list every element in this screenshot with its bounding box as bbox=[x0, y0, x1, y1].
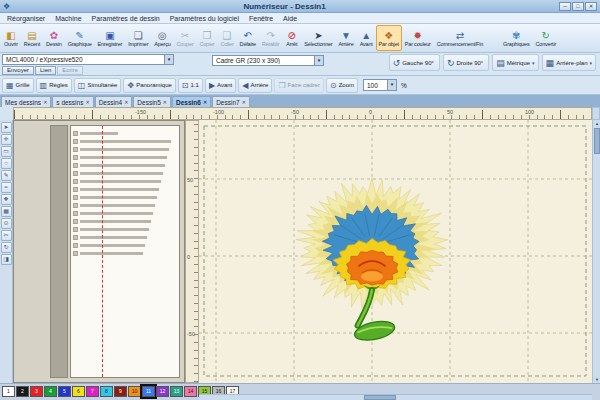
tool-button[interactable]: ▭ bbox=[1, 146, 12, 157]
tool-button[interactable]: ≈ bbox=[1, 182, 12, 193]
color-swatch[interactable]: 5 bbox=[58, 386, 71, 397]
rotate-background-button[interactable]: ↻ Droite 90° bbox=[443, 54, 489, 71]
file-list-row[interactable] bbox=[73, 241, 177, 249]
toolbar-button[interactable]: ▤ Récent bbox=[21, 25, 43, 51]
document-tab[interactable]: Dessin6 ✕ bbox=[172, 96, 211, 107]
toolbar-button[interactable]: ◎ Aperçu bbox=[151, 25, 173, 51]
tool-button[interactable]: ✂ bbox=[1, 230, 12, 241]
tab-close-icon[interactable]: ✕ bbox=[85, 99, 89, 105]
file-list-row[interactable] bbox=[73, 233, 177, 241]
toolbar-button[interactable]: ↷ Rétablir bbox=[259, 25, 282, 51]
color-swatch[interactable]: 8 bbox=[100, 386, 113, 397]
tool-button[interactable]: ➤ bbox=[1, 122, 12, 133]
rotate-background-button[interactable]: ▤ Métrique ▾ bbox=[492, 54, 538, 71]
toolbar-button[interactable]: ◧ Ouvrir bbox=[1, 25, 21, 51]
file-list-row[interactable] bbox=[73, 185, 177, 193]
tab-close-icon[interactable]: ✕ bbox=[203, 99, 207, 105]
color-swatch[interactable]: 6 bbox=[72, 386, 85, 397]
toolbar-button[interactable]: ✎ Graphique bbox=[65, 25, 95, 51]
tab-close-icon[interactable]: ✕ bbox=[43, 99, 47, 105]
file-list-row[interactable] bbox=[73, 145, 177, 153]
send-button[interactable]: Envoyer bbox=[2, 66, 34, 75]
panel-scrollbar[interactable] bbox=[50, 125, 68, 378]
color-swatch[interactable]: 11 bbox=[142, 386, 155, 397]
file-list-row[interactable] bbox=[73, 249, 177, 257]
toolbar-button[interactable]: ↶ Défaire bbox=[237, 25, 259, 51]
color-swatch[interactable]: 3 bbox=[30, 386, 43, 397]
rotate-background-button[interactable]: ↺ Gauche 90° bbox=[389, 54, 440, 71]
file-list-row[interactable] bbox=[73, 129, 177, 137]
vertical-scroll-thumb[interactable] bbox=[594, 128, 600, 154]
document-tab[interactable]: Mes dessins ✕ bbox=[1, 96, 51, 107]
close-button[interactable]: ✕ bbox=[585, 2, 597, 11]
file-list-row[interactable] bbox=[73, 161, 177, 169]
color-swatch[interactable]: 13 bbox=[170, 386, 183, 397]
scroll-down-icon[interactable]: ▼ bbox=[593, 376, 600, 383]
tab-close-icon[interactable]: ✕ bbox=[242, 99, 246, 105]
menu-item[interactable]: Paramètres du logiciel bbox=[165, 15, 244, 22]
minimize-button[interactable]: ─ bbox=[559, 2, 571, 11]
tool-button[interactable]: ✎ bbox=[1, 170, 12, 181]
toolbar-button[interactable]: ❖ Par objet bbox=[376, 25, 402, 51]
tool-button[interactable]: ○ bbox=[1, 158, 12, 169]
toolbar-button[interactable]: ▼ Arrière bbox=[336, 25, 357, 51]
toolbar-button[interactable]: ❑ Coller bbox=[217, 25, 236, 51]
view-toolbar-button[interactable]: ◫ Simultanée bbox=[74, 78, 122, 93]
zoom-select[interactable]: 100 ▾ bbox=[363, 79, 397, 91]
tool-button[interactable]: ❖ bbox=[1, 194, 12, 205]
tool-button[interactable]: ↻ bbox=[1, 242, 12, 253]
tool-button[interactable]: ✛ bbox=[1, 134, 12, 145]
machine-select[interactable]: MCL4000 / eXpressive520 ▾ bbox=[2, 54, 174, 65]
view-toolbar-button[interactable]: ▥ Règles bbox=[36, 78, 72, 93]
file-list-row[interactable] bbox=[73, 177, 177, 185]
view-toolbar-button[interactable]: ▶ Avant bbox=[205, 78, 236, 93]
tab-close-icon[interactable]: ✕ bbox=[124, 99, 128, 105]
hoop-select[interactable]: Cadre GR (230 x 390) ▾ bbox=[212, 55, 324, 66]
color-swatch[interactable]: 9 bbox=[114, 386, 127, 397]
toolbar-button[interactable]: ➤ Sélectionner bbox=[301, 25, 335, 51]
file-list-row[interactable] bbox=[73, 209, 177, 217]
link-button[interactable]: Lien bbox=[35, 66, 56, 75]
chevron-down-icon[interactable]: ▾ bbox=[164, 55, 173, 64]
toolbar-button[interactable]: ✾ Graphiques bbox=[500, 25, 532, 51]
menu-item[interactable]: Réorganiser bbox=[2, 15, 50, 22]
color-swatch[interactable]: 2 bbox=[16, 386, 29, 397]
document-tab[interactable]: Dessin5 ✕ bbox=[133, 96, 171, 107]
view-toolbar-button[interactable]: ❒ Faire cadrer bbox=[274, 78, 324, 93]
toolbar-button[interactable]: ✹ Par couleur bbox=[402, 25, 434, 51]
view-toolbar-button[interactable]: ▦ Grille bbox=[2, 78, 34, 93]
file-list-row[interactable] bbox=[73, 193, 177, 201]
tool-button[interactable]: ◨ bbox=[1, 254, 12, 265]
menu-item[interactable]: Paramètres de dessin bbox=[87, 15, 165, 22]
color-swatch[interactable]: 4 bbox=[44, 386, 57, 397]
color-swatch[interactable]: 12 bbox=[156, 386, 169, 397]
menu-item[interactable]: Machine bbox=[50, 15, 86, 22]
view-toolbar-button[interactable]: ✥ Panoramique bbox=[123, 78, 175, 93]
color-swatch[interactable]: 10 bbox=[128, 386, 141, 397]
tool-button[interactable]: ⊙ bbox=[1, 218, 12, 229]
file-list-row[interactable] bbox=[73, 169, 177, 177]
toolbar-button[interactable]: ❐ Copier bbox=[196, 25, 217, 51]
menu-item[interactable]: Fenêtre bbox=[244, 15, 278, 22]
toolbar-button[interactable]: ✿ Dessin bbox=[43, 25, 65, 51]
file-list-row[interactable] bbox=[73, 217, 177, 225]
view-toolbar-button[interactable]: ◀ Arrière bbox=[238, 78, 272, 93]
file-list-row[interactable] bbox=[73, 153, 177, 161]
color-swatch[interactable]: 1 bbox=[2, 386, 15, 397]
toolbar-button[interactable]: ❏ Imprimer bbox=[125, 25, 151, 51]
vertical-scrollbar[interactable]: ▲ ▼ bbox=[592, 120, 600, 383]
document-tab[interactable]: Dessin7 ✕ bbox=[212, 96, 250, 107]
chevron-down-icon[interactable]: ▾ bbox=[314, 56, 323, 65]
tab-close-icon[interactable]: ✕ bbox=[163, 99, 167, 105]
tool-button[interactable]: ▦ bbox=[1, 206, 12, 217]
horizontal-scroll-thumb[interactable] bbox=[364, 395, 396, 400]
toolbar-button[interactable]: ⇄ Commencement/Fin bbox=[434, 25, 486, 51]
scroll-up-icon[interactable]: ▲ bbox=[593, 120, 600, 127]
toolbar-button[interactable]: ✂ Couper bbox=[174, 25, 197, 51]
color-swatch[interactable]: 14 bbox=[184, 386, 197, 397]
document-tab[interactable]: Dessin4 ✕ bbox=[95, 96, 133, 107]
maximize-button[interactable]: □ bbox=[572, 2, 584, 11]
horizontal-scrollbar[interactable] bbox=[199, 394, 592, 400]
toolbar-button[interactable]: ▣ Enregistrer bbox=[95, 25, 126, 51]
document-tab[interactable]: s dessins ✕ bbox=[52, 96, 93, 107]
